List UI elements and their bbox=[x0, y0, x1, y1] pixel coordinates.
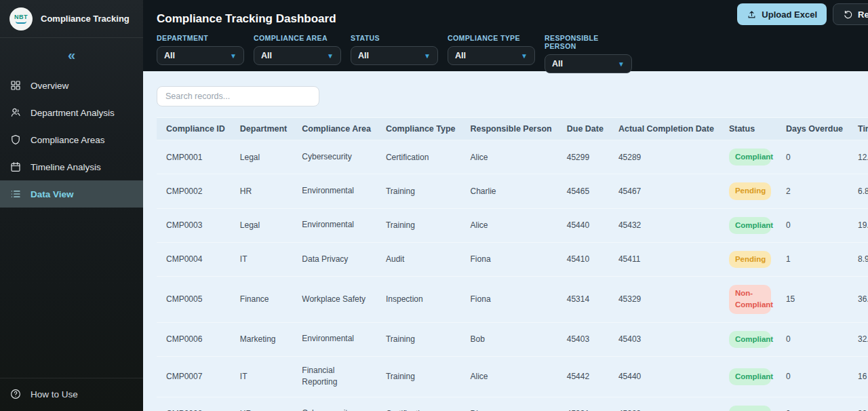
filter-label: COMPLIANCE TYPE bbox=[448, 34, 535, 42]
selected-value: All bbox=[164, 51, 175, 60]
table-header-row: Compliance IDDepartmentCompliance AreaCo… bbox=[157, 118, 868, 140]
table-body: CMP0001LegalCybersecurityCertificationAl… bbox=[157, 140, 868, 411]
status-select[interactable]: All ▼ bbox=[351, 46, 438, 65]
filter-department: DEPARTMENT All ▼ bbox=[157, 34, 244, 73]
status-badge: Pending bbox=[729, 251, 771, 268]
brand-title: Compliance Tracking bbox=[41, 14, 130, 24]
table-row: CMP0003LegalEnvironmentalTrainingAlice45… bbox=[157, 208, 868, 242]
cell-department: Legal bbox=[231, 140, 292, 174]
sidebar-item-timeline-analysis[interactable]: Timeline Analysis bbox=[0, 153, 143, 180]
cell-status: Compliant bbox=[719, 140, 776, 174]
cell-time_spent_hrs: 16 bbox=[848, 356, 868, 397]
cell-responsible_person: Alice bbox=[461, 140, 557, 174]
cell-days_overdue: 0 bbox=[776, 356, 848, 397]
search-input[interactable] bbox=[157, 86, 319, 106]
brand: NBT Compliance Tracking bbox=[0, 0, 143, 38]
cell-actual_completion_date: 45411 bbox=[609, 242, 719, 276]
table-head: Compliance IDDepartmentCompliance AreaCo… bbox=[157, 118, 868, 140]
compliance-area-select[interactable]: All ▼ bbox=[254, 46, 341, 65]
selected-value: All bbox=[552, 59, 563, 68]
cell-actual_completion_date: 45432 bbox=[609, 208, 719, 242]
cell-status: Compliant bbox=[719, 356, 776, 397]
status-badge: Compliant bbox=[729, 406, 771, 411]
column-header-days_overdue: Days Overdue bbox=[776, 118, 848, 140]
cell-department: IT bbox=[231, 356, 292, 397]
cell-actual_completion_date: 45403 bbox=[609, 322, 719, 356]
cell-status: Compliant bbox=[719, 208, 776, 242]
column-header-compliance_id: Compliance ID bbox=[157, 118, 231, 140]
status-badge: Pending bbox=[729, 182, 771, 199]
cell-actual_completion_date: 45323 bbox=[609, 397, 719, 411]
cell-days_overdue: 1 bbox=[776, 242, 848, 276]
reset-label: Re bbox=[858, 9, 868, 20]
cell-actual_completion_date: 45440 bbox=[609, 356, 719, 397]
logo-text: NBT bbox=[14, 14, 28, 20]
cell-responsible_person: Alice bbox=[461, 356, 557, 397]
filter-compliance-area: COMPLIANCE AREA All ▼ bbox=[254, 34, 341, 73]
sidebar-item-department-analysis[interactable]: Department Analysis bbox=[0, 99, 143, 126]
filter-label: RESPONSIBLE PERSON bbox=[545, 34, 632, 50]
cell-time_spent_hrs: 36.1 bbox=[848, 277, 868, 323]
column-header-department: Department bbox=[231, 118, 292, 140]
grid-icon bbox=[9, 79, 22, 92]
cell-due_date: 45440 bbox=[557, 208, 609, 242]
upload-icon bbox=[747, 9, 757, 20]
page-header: Compliance Tracking Dashboard Upload Exc… bbox=[143, 0, 868, 71]
filter-label: COMPLIANCE AREA bbox=[254, 34, 341, 42]
cell-due_date: 45314 bbox=[557, 277, 609, 323]
main-area: Compliance Tracking Dashboard Upload Exc… bbox=[143, 0, 868, 411]
cell-compliance_area: Cybersecurity bbox=[292, 397, 376, 411]
upload-excel-button[interactable]: Upload Excel bbox=[737, 3, 827, 25]
cell-responsible_person: Bob bbox=[461, 322, 557, 356]
department-select[interactable]: All ▼ bbox=[157, 46, 244, 65]
table-row: CMP0002HREnvironmentalTrainingCharlie454… bbox=[157, 174, 868, 208]
sidebar-item-label: Overview bbox=[31, 81, 68, 91]
cell-actual_completion_date: 45289 bbox=[609, 140, 719, 174]
filter-compliance-type: COMPLIANCE TYPE All ▼ bbox=[448, 34, 535, 73]
table-row: CMP0007ITFinancial ReportingTrainingAlic… bbox=[157, 356, 868, 397]
cell-compliance_type: Training bbox=[376, 322, 461, 356]
cell-due_date: 45442 bbox=[557, 356, 609, 397]
sidebar-item-overview[interactable]: Overview bbox=[0, 72, 143, 99]
filter-label: DEPARTMENT bbox=[157, 34, 244, 42]
cell-due_date: 45403 bbox=[557, 322, 609, 356]
how-to-use-button[interactable]: How to Use bbox=[9, 388, 134, 400]
records-table: Compliance IDDepartmentCompliance AreaCo… bbox=[157, 117, 868, 411]
cell-compliance_id: CMP0006 bbox=[157, 322, 231, 356]
cell-time_spent_hrs: 39.1 bbox=[848, 397, 868, 411]
cell-status: Non-Compliant bbox=[719, 277, 776, 323]
filter-responsible-person: RESPONSIBLE PERSON All ▼ bbox=[545, 34, 632, 73]
cell-days_overdue: 0 bbox=[776, 397, 848, 411]
filter-bar: DEPARTMENT All ▼ COMPLIANCE AREA All ▼ S… bbox=[157, 34, 868, 73]
calendar-icon bbox=[9, 161, 22, 173]
sidebar-item-data-view[interactable]: Data View bbox=[0, 180, 143, 208]
compliance-type-select[interactable]: All ▼ bbox=[448, 46, 535, 65]
chevron-down-icon: ▼ bbox=[521, 52, 528, 60]
reset-button[interactable]: Re bbox=[833, 3, 868, 25]
collapse-sidebar-icon[interactable]: « bbox=[61, 45, 82, 64]
column-header-time_spent_hrs: Time Spent (hrs) bbox=[848, 118, 868, 140]
cell-time_spent_hrs: 32.7 bbox=[848, 322, 868, 356]
responsible-person-select[interactable]: All ▼ bbox=[545, 54, 632, 73]
sidebar: NBT Compliance Tracking « Overview Depar… bbox=[0, 0, 143, 411]
cell-department: IT bbox=[231, 242, 292, 276]
sidebar-item-label: Department Analysis bbox=[31, 108, 115, 118]
cell-compliance_id: CMP0003 bbox=[157, 208, 231, 242]
chevron-down-icon: ▼ bbox=[230, 52, 237, 60]
sidebar-item-label: Data View bbox=[31, 189, 74, 199]
cell-responsible_person: Fiona bbox=[461, 277, 557, 323]
header-actions: Upload Excel Re bbox=[737, 3, 868, 25]
cell-responsible_person: Diana bbox=[461, 397, 557, 411]
cell-compliance_area: Financial Reporting bbox=[292, 356, 376, 397]
page-title: Compliance Tracking Dashboard bbox=[157, 7, 336, 26]
sidebar-item-label: Compliance Areas bbox=[31, 135, 105, 145]
cell-department: HR bbox=[231, 174, 292, 208]
cell-status: Compliant bbox=[719, 322, 776, 356]
cell-compliance_area: Environmental bbox=[292, 322, 376, 356]
sidebar-item-compliance-areas[interactable]: Compliance Areas bbox=[0, 126, 143, 153]
cell-department: Legal bbox=[231, 208, 292, 242]
cell-days_overdue: 2 bbox=[776, 174, 848, 208]
column-header-responsible_person: Responsible Person bbox=[461, 118, 557, 140]
cell-compliance_id: CMP0007 bbox=[157, 356, 231, 397]
cell-compliance_type: Certification bbox=[376, 397, 461, 411]
